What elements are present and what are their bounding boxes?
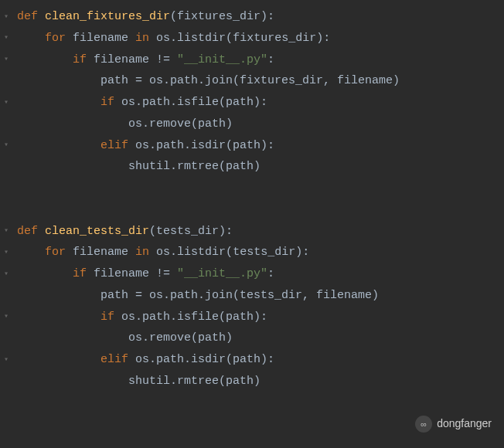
watermark-icon: ∞: [415, 416, 432, 433]
string-literal: "__init__.py": [177, 53, 267, 66]
code-line[interactable]: ▾ elif os.path.isdir(path):: [3, 349, 504, 371]
colon: :: [267, 53, 274, 66]
variable: filename: [73, 32, 128, 45]
code-line[interactable]: shutil.rmtree(path): [3, 371, 504, 392]
fold-gutter[interactable]: ▾: [3, 53, 12, 67]
code-line[interactable]: path = os.path.join(tests_dir, filename): [3, 285, 504, 307]
fold-gutter[interactable]: ▾: [3, 353, 12, 368]
fold-icon[interactable]: ▾: [4, 138, 12, 153]
fold-gutter[interactable]: ▾: [3, 310, 12, 324]
fold-icon[interactable]: ▾: [4, 10, 12, 25]
call-expr: shutil.rmtree(path): [128, 375, 261, 388]
keyword-elif: elif: [100, 139, 128, 152]
watermark-text: dongfanger: [437, 414, 492, 434]
fold-icon[interactable]: ▾: [4, 267, 12, 282]
fold-icon[interactable]: ▾: [4, 224, 12, 239]
call-expr: os.listdir(fixtures_dir):: [156, 32, 330, 45]
fold-gutter[interactable]: ▾: [3, 96, 12, 110]
keyword-if: if: [73, 53, 87, 66]
call-expr: os.path.isdir(path):: [135, 139, 274, 152]
fold-gutter[interactable]: ▾: [3, 138, 12, 153]
function-name: clean_fixtures_dir: [45, 10, 170, 23]
code-line[interactable]: shutil.rmtree(path): [3, 156, 504, 178]
call-expr: os.path.isdir(path):: [135, 353, 274, 366]
condition: filename !=: [94, 53, 177, 66]
function-name: clean_tests_dir: [45, 225, 149, 238]
fold-gutter[interactable]: ▾: [3, 224, 12, 239]
fold-gutter[interactable]: ▾: [3, 246, 12, 260]
keyword-in: in: [135, 32, 149, 45]
call-expr: os.path.isfile(path):: [121, 311, 267, 324]
variable: filename: [73, 246, 128, 259]
fold-gutter[interactable]: ▾: [3, 10, 12, 25]
keyword-def: def: [17, 225, 38, 238]
fold-icon[interactable]: ▾: [4, 353, 12, 368]
call-expr: shutil.rmtree(path): [128, 160, 261, 173]
code-line[interactable]: ▾ def clean_fixtures_dir(fixtures_dir):: [3, 6, 504, 28]
keyword-for: for: [45, 32, 66, 45]
code-line[interactable]: ▾ if os.path.isfile(path):: [3, 92, 504, 114]
fold-icon[interactable]: ▾: [4, 53, 12, 67]
assignment: path = os.path.join(fixtures_dir, filena…: [100, 74, 400, 87]
paren-colon: ):: [261, 10, 274, 23]
call-expr: os.remove(path): [128, 117, 233, 131]
code-line[interactable]: ▾ elif os.path.isdir(path):: [3, 135, 504, 157]
keyword-elif: elif: [100, 353, 128, 366]
keyword-in: in: [135, 246, 149, 259]
call-expr: os.remove(path): [128, 331, 233, 344]
fold-icon[interactable]: ▾: [4, 310, 12, 324]
fold-icon[interactable]: ▾: [4, 246, 12, 260]
code-line[interactable]: ▾ if filename != "__init__.py":: [3, 49, 504, 71]
fold-icon[interactable]: ▾: [4, 31, 12, 46]
code-line[interactable]: path = os.path.join(fixtures_dir, filena…: [3, 70, 504, 92]
keyword-if: if: [100, 311, 114, 324]
code-line[interactable]: ▾ if filename != "__init__.py":: [3, 263, 504, 285]
blank-line[interactable]: [3, 199, 504, 221]
code-line[interactable]: ▾ if os.path.isfile(path):: [3, 307, 504, 328]
keyword-def: def: [17, 10, 38, 23]
keyword-if: if: [73, 267, 87, 280]
code-editor[interactable]: ▾ def clean_fixtures_dir(fixtures_dir): …: [0, 0, 504, 399]
code-line[interactable]: os.remove(path): [3, 328, 504, 349]
paren: (: [170, 10, 177, 23]
code-line[interactable]: ▾ for filename in os.listdir(tests_dir):: [3, 242, 504, 263]
blank-line[interactable]: [3, 178, 504, 199]
paren: (: [149, 225, 156, 238]
code-line[interactable]: ▾ def clean_tests_dir(tests_dir):: [3, 221, 504, 243]
call-expr: os.path.isfile(path):: [121, 96, 267, 109]
keyword-if: if: [100, 96, 114, 109]
code-line[interactable]: ▾ for filename in os.listdir(fixtures_di…: [3, 28, 504, 49]
condition: filename !=: [94, 267, 177, 280]
fold-icon[interactable]: ▾: [4, 96, 12, 110]
string-literal: "__init__.py": [177, 267, 267, 280]
keyword-for: for: [45, 246, 66, 259]
colon: :: [267, 267, 274, 280]
code-line[interactable]: os.remove(path): [3, 114, 504, 135]
assignment: path = os.path.join(tests_dir, filename): [100, 289, 379, 302]
paren-colon: ):: [219, 225, 233, 238]
fold-gutter[interactable]: ▾: [3, 267, 12, 282]
call-expr: os.listdir(tests_dir):: [156, 246, 309, 259]
fold-gutter[interactable]: ▾: [3, 31, 12, 46]
parameter: tests_dir: [156, 225, 219, 238]
watermark: ∞ dongfanger: [415, 414, 492, 434]
parameter: fixtures_dir: [177, 10, 261, 23]
